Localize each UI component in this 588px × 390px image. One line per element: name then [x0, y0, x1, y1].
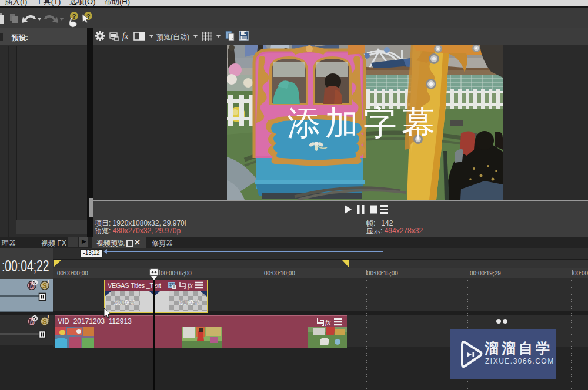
svg-text:fx: fx	[325, 318, 331, 326]
svg-text:fx: fx	[188, 281, 193, 290]
svg-text:!: !	[47, 315, 49, 321]
svg-text:?: ?	[72, 13, 76, 20]
svg-text:!: !	[47, 279, 49, 285]
svg-text:S: S	[42, 318, 47, 326]
svg-text:S: S	[42, 282, 47, 290]
svg-text:添加字幕: 添加字幕	[287, 105, 440, 142]
svg-text:fx: fx	[122, 32, 129, 41]
